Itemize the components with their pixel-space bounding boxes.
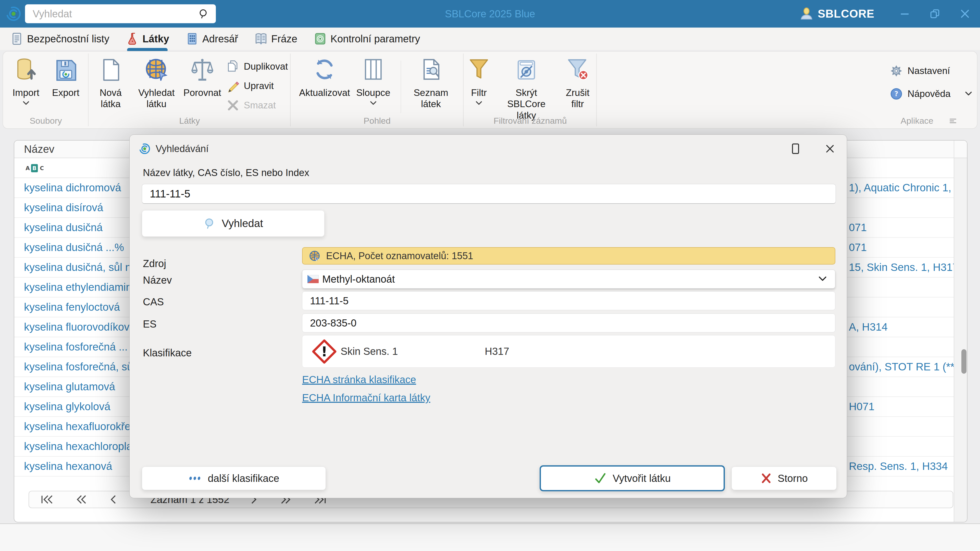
red-x-icon: [760, 472, 772, 484]
klasifikace-label: Klasifikace: [143, 347, 192, 359]
smazat-button[interactable]: Smazat: [226, 97, 291, 113]
row-classification-fragment: 071: [849, 221, 867, 233]
funnel-icon: [468, 58, 489, 81]
duplikovat-label: Duplikovat: [244, 61, 288, 72]
tab-label: Kontrolní parametry: [331, 33, 420, 44]
refresh-icon: [313, 58, 336, 81]
check-icon: [594, 472, 607, 485]
prev-block-button[interactable]: [76, 494, 88, 505]
query-label: Název látky, CAS číslo, ES nebo Index: [143, 167, 309, 178]
row-classification-fragment: A, H314: [849, 321, 888, 333]
create-substance-button[interactable]: Vytvořit látku: [539, 465, 725, 491]
first-page-button[interactable]: [40, 494, 55, 505]
group-options-icon[interactable]: [949, 118, 957, 124]
vyhledat-latku-label: Vyhledat látku: [135, 87, 178, 110]
dialog-header[interactable]: Vyhledávání: [130, 135, 847, 163]
nastaveni-button[interactable]: Nastavení: [890, 63, 977, 79]
more-classifications-button[interactable]: další klasifikace: [142, 467, 326, 490]
close-icon: [959, 8, 971, 20]
aktualizovat-label: Aktualizovat: [299, 87, 350, 98]
row-name[interactable]: kyselina fenyloctová: [24, 301, 120, 313]
query-input[interactable]: 111-11-5: [142, 184, 836, 204]
vertical-scrollbar[interactable]: [961, 349, 966, 374]
row-name[interactable]: kyselina dusičná, sůl niklu: [24, 261, 147, 273]
upravit-button[interactable]: Upravit: [226, 78, 291, 94]
echa-infocard-link[interactable]: ECHA Informační karta látky: [302, 392, 430, 403]
search-dialog: Vyhledávání Název látky, CAS číslo, ES n…: [129, 135, 847, 498]
classification-panel: ! Skin Sens. 1 H317: [302, 335, 835, 368]
porovnat-label: Porovnat: [183, 87, 221, 98]
row-name[interactable]: kyselina hexanová: [24, 460, 112, 472]
ribbon-group-aplikace: Nastavení ? Nápověda Aplikace: [881, 52, 977, 128]
dialog-maximize-button[interactable]: [791, 143, 800, 155]
scales-icon: [191, 58, 214, 82]
target-icon: [313, 32, 327, 45]
duplicate-icon: [226, 60, 240, 73]
cancel-button[interactable]: Storno: [732, 467, 837, 490]
row-name[interactable]: kyselina fosforečná ... %: [24, 341, 140, 353]
tab-label: Látky: [142, 33, 169, 44]
dialog-search-label: Vyhledat: [222, 218, 263, 230]
dialog-search-button[interactable]: Vyhledat: [142, 210, 325, 237]
chevron-down-icon[interactable]: [964, 91, 973, 97]
tab-adresar[interactable]: Adresář: [186, 27, 238, 50]
ribbon-spacer: [597, 52, 881, 128]
restore-icon: [929, 8, 941, 20]
hide-eye-icon: [515, 58, 537, 81]
hazard-class: Skin Sens. 1: [340, 346, 398, 357]
duplikovat-button[interactable]: Duplikovat: [226, 59, 291, 75]
row-name[interactable]: kyselina glykolová: [24, 400, 110, 413]
abc-filter-icon: ABC: [24, 163, 47, 173]
chevron-down-icon[interactable]: [818, 276, 827, 283]
row-name[interactable]: kyselina dusičná ...%: [24, 241, 124, 254]
es-label: ES: [143, 318, 156, 330]
prev-page-button[interactable]: [110, 494, 118, 505]
module-tabbar: Bezpečnostní listy Látky Adresář Fráze K…: [0, 27, 980, 50]
query-value: 111-11-5: [150, 188, 190, 200]
zdroj-value: ECHA, Počet oznamovatelů: 1551: [326, 251, 473, 262]
echa-globe-icon: [309, 250, 320, 262]
row-name[interactable]: kyselina disírová: [24, 202, 103, 214]
minimize-button[interactable]: [890, 0, 920, 27]
nazev-combobox[interactable]: Methyl-oktanoát: [302, 270, 835, 289]
zdroj-value-pill[interactable]: ECHA, Počet oznamovatelů: 1551: [302, 247, 835, 265]
dialog-close-button[interactable]: [824, 143, 835, 154]
row-classification-fragment: 071: [849, 241, 867, 254]
search-icon[interactable]: [198, 8, 209, 19]
es-field[interactable]: 203-835-0: [302, 313, 835, 332]
dialog-title: Vyhledávání: [156, 143, 209, 154]
row-name[interactable]: kyselina glutamová: [24, 381, 115, 393]
restore-button[interactable]: [920, 0, 950, 27]
titlebar: Vyhledat SBLCore 2025 Blue SBLCORE: [0, 0, 980, 27]
ribbon-group-filtrovani: Filtr Skrýt SBLCore látky Zrušit filtr F…: [464, 52, 597, 128]
nazev-value: Methyl-oktanoát: [322, 273, 395, 285]
import-label: Import: [13, 87, 39, 98]
echa-classification-link[interactable]: ECHA stránka klasifikace: [302, 374, 416, 386]
tab-kontrolni-parametry[interactable]: Kontrolní parametry: [313, 27, 420, 50]
zdroj-label: Zdroj: [143, 258, 166, 269]
row-classification-fragment: 15, Skin Sens. 1, H317, Ey...: [849, 261, 967, 273]
row-name[interactable]: kyselina dusičná: [24, 221, 103, 233]
czech-flag-icon: [307, 275, 319, 283]
global-search-input[interactable]: Vyhledat: [25, 4, 216, 23]
delete-x-icon: [226, 98, 240, 112]
tab-latky[interactable]: Látky: [126, 27, 169, 50]
cas-field[interactable]: 111-11-5: [302, 291, 835, 310]
group-label-filtrovani: Filtrování záznamů: [464, 116, 597, 126]
building-icon: [186, 32, 199, 45]
floppy-export-icon: [54, 58, 78, 82]
account-button[interactable]: SBLCORE: [799, 6, 874, 21]
tab-label: Fráze: [271, 33, 297, 44]
svg-text:?: ?: [894, 90, 898, 98]
tab-fraze[interactable]: Fráze: [255, 27, 297, 50]
dots-icon: [188, 475, 202, 482]
smazat-label: Smazat: [244, 100, 276, 111]
close-window-button[interactable]: [950, 0, 980, 27]
more-classifications-label: další klasifikace: [208, 473, 279, 484]
chevron-down-icon: [369, 100, 377, 106]
tab-bezpecnostni-listy[interactable]: Bezpečnostní listy: [10, 27, 109, 50]
cancel-label: Storno: [778, 473, 808, 484]
row-name[interactable]: kyselina dichromová: [24, 182, 121, 194]
column-header-nazev[interactable]: Název: [24, 143, 54, 156]
napoveda-button[interactable]: ? Nápověda: [890, 86, 977, 102]
